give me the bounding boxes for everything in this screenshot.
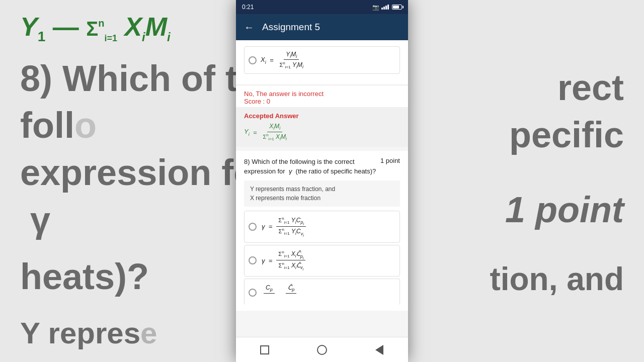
question-header: 8) Which of the following is the correct… [244, 157, 400, 176]
nav-home-button[interactable] [315, 343, 329, 357]
battery-icon [392, 5, 402, 10]
option-3-formula: Cp C̄p [262, 284, 296, 301]
question-note: Y represents mass fraction, and X repres… [244, 180, 400, 207]
score-text: Score : 0 [244, 98, 400, 105]
question-number: 8) [244, 158, 250, 165]
phone-container: 0:21 📷 ← Assignment 5 [236, 0, 408, 362]
note-line2: X represents mole fraction [250, 194, 394, 203]
nav-bar [236, 337, 408, 362]
square-icon [260, 345, 269, 354]
question-text: 8) Which of the following is the correct… [244, 157, 380, 176]
triangle-icon [375, 345, 383, 355]
back-button[interactable]: ← [244, 22, 254, 33]
options-container: γ = Σni=1 YiCpi Σni=1 YiCvi γ = [244, 211, 400, 305]
status-time: 0:21 [242, 4, 254, 11]
question-section: 8) Which of the following is the correct… [236, 151, 408, 311]
app-title: Assignment 5 [262, 22, 320, 33]
status-bar: 0:21 📷 [236, 0, 408, 14]
main-content[interactable]: Xi = YiMi Σni=1 YiMi No, The answer is i… [236, 40, 408, 337]
formula-yi: Yi = XiMi Σni=1 XiMi [244, 123, 289, 141]
question-points: 1 point [380, 157, 400, 164]
bg-text-right: rect pecific [509, 64, 624, 158]
answer-option[interactable]: Xi = YiMi Σni=1 YiMi [244, 46, 400, 74]
app-header: ← Assignment 5 [236, 14, 408, 40]
option-1[interactable]: γ = Σni=1 YiCpi Σni=1 YiCvi [244, 211, 400, 243]
incorrect-text: No, The answer is incorrect [244, 90, 400, 98]
question-body: Which of the following is the correct ex… [244, 158, 376, 175]
option-1-radio[interactable] [249, 223, 257, 231]
note-line1: Y represents mass fraction, and [250, 185, 394, 194]
circle-icon [317, 345, 327, 355]
status-icons: 📷 [372, 4, 402, 11]
option-3[interactable]: Cp C̄p [244, 279, 400, 304]
formula-xi: Xi = YiMi Σni=1 YiMi [261, 51, 305, 69]
option-2-radio[interactable] [249, 256, 257, 264]
signal-bars [381, 5, 389, 10]
option-3-radio[interactable] [249, 289, 257, 297]
option-2-formula: γ = Σni=1 XiC̄pi Σni=1 XiC̄vi [262, 250, 305, 272]
bg-text-bottom-left: Y represe [20, 316, 157, 350]
nav-square-button[interactable] [258, 343, 272, 357]
bg-points-right: 1 point [505, 189, 624, 230]
nav-back-button[interactable] [372, 343, 386, 357]
camera-icon: 📷 [372, 4, 379, 11]
option-1-formula: γ = Σni=1 YiCpi Σni=1 YiCvi [262, 216, 306, 237]
feedback-section: No, The answer is incorrect Score : 0 [236, 86, 408, 107]
previous-answer-section: Xi = YiMi Σni=1 YiMi [236, 40, 408, 84]
bg-text-bottom-right: tion, and [490, 260, 624, 298]
radio-button[interactable] [249, 56, 257, 64]
bg-formula: Y1 — Σni=1 XiMi [20, 12, 171, 45]
accepted-label: Accepted Answer [244, 112, 400, 120]
option-2[interactable]: γ = Σni=1 XiC̄pi Σni=1 XiC̄vi [244, 245, 400, 277]
accepted-answer-section: Accepted Answer Yi = XiMi Σni=1 XiMi [236, 107, 408, 146]
